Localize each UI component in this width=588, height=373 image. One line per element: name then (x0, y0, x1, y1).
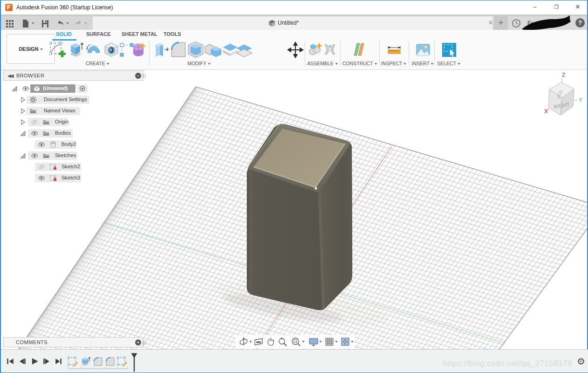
tab-tools[interactable]: TOOLS (164, 31, 181, 37)
comments-grip[interactable] (143, 340, 145, 345)
look-at-icon[interactable] (253, 336, 264, 347)
timeline-extrude-item[interactable] (80, 356, 91, 367)
visibility-eye-off-icon[interactable] (31, 118, 38, 126)
browser-row[interactable]: Origin (1, 117, 143, 127)
fit-caret[interactable] (302, 341, 305, 343)
group-label-modify[interactable]: MODIFY (187, 61, 211, 66)
grid-caret[interactable] (335, 341, 338, 343)
browser-row[interactable]: Body2 (1, 140, 143, 149)
browser-row[interactable]: Document Settings (1, 95, 143, 104)
hole-button[interactable] (103, 41, 120, 59)
save-icon[interactable] (40, 18, 50, 28)
group-label-construct[interactable]: CONSTRUCT (342, 61, 377, 66)
step-forward-button[interactable] (41, 356, 52, 366)
activate-component-radio[interactable] (77, 84, 88, 93)
group-label-insert[interactable]: INSERT (411, 61, 433, 66)
extrude-button[interactable] (68, 41, 84, 59)
file-menu-caret[interactable] (32, 22, 34, 24)
browser-row[interactable]: (Unsaved) (1, 84, 143, 93)
recent-clock-icon[interactable] (511, 18, 521, 28)
press-pull-button[interactable] (153, 41, 170, 59)
model-body[interactable] (247, 123, 353, 311)
timeline-playhead[interactable] (130, 353, 138, 372)
expander-open-icon[interactable] (11, 85, 19, 93)
select-button[interactable] (441, 41, 458, 59)
viewports-icon[interactable] (340, 336, 351, 347)
browser-panel-header[interactable]: ◀◀ BROWSER − (3, 70, 143, 81)
group-label-select[interactable]: SELECT (437, 61, 460, 66)
visibility-eye-off-icon[interactable] (38, 163, 45, 171)
display-settings-icon[interactable] (308, 336, 319, 347)
help-icon[interactable]: ? (575, 18, 585, 28)
redo-icon[interactable] (73, 18, 83, 28)
browser-minimize-icon[interactable]: − (135, 73, 141, 79)
timeline-sketch2-item[interactable] (67, 356, 78, 367)
group-label-inspect[interactable]: INSPECT (381, 61, 406, 66)
collapse-panel-icon[interactable]: ◀◀ (7, 73, 13, 78)
orbit-caret[interactable] (249, 341, 252, 343)
visibility-eye-icon[interactable] (22, 85, 29, 92)
expander-open-icon[interactable] (20, 130, 27, 138)
settings-gear-icon[interactable]: ⚙ (577, 356, 585, 367)
comments-add-icon[interactable]: + (135, 339, 141, 345)
redo-caret[interactable] (84, 22, 87, 24)
browser-grip[interactable] (143, 74, 145, 78)
file-menu-icon[interactable] (21, 18, 31, 28)
zoom-icon[interactable] (277, 336, 288, 347)
timeline-sketch3-item[interactable] (116, 356, 128, 367)
browser-row[interactable]: Sketch2 (1, 162, 143, 172)
workspace-selector[interactable]: DESIGN (7, 34, 55, 64)
group-label-create[interactable]: CREATE (86, 61, 109, 66)
visibility-eye-icon[interactable] (31, 152, 38, 159)
app-grid-icon[interactable] (5, 18, 15, 28)
expander-closed-icon[interactable] (20, 97, 27, 104)
comments-panel-header[interactable]: COMMENTS + (3, 337, 143, 347)
create-form-button[interactable] (130, 41, 147, 59)
tab-surface[interactable]: SURFACE (86, 31, 111, 37)
timeline-fillet1-item[interactable] (92, 356, 103, 367)
visibility-eye-icon[interactable] (38, 174, 45, 182)
orbit-icon[interactable] (238, 336, 249, 347)
undo-caret[interactable] (66, 22, 69, 24)
move-copy-button[interactable] (287, 41, 304, 59)
display-caret[interactable] (319, 341, 322, 343)
shell-button[interactable] (187, 41, 204, 59)
go-to-start-button[interactable] (5, 356, 15, 366)
viewport-canvas[interactable]: ◀◀ BROWSER − (Unsaved)Document SettingsN… (1, 70, 587, 349)
undo-icon[interactable] (55, 18, 65, 28)
visibility-eye-icon[interactable] (31, 130, 38, 137)
go-to-end-button[interactable] (54, 356, 64, 366)
tab-solid[interactable]: SOLID (56, 31, 72, 37)
grid-display-icon[interactable] (324, 336, 335, 347)
expander-closed-icon[interactable] (20, 108, 27, 115)
offset-face-button[interactable] (236, 41, 253, 59)
insert-image-button[interactable] (415, 41, 431, 59)
create-sketch-button[interactable] (49, 41, 66, 59)
tab-sheet-metal[interactable]: SHEET METAL (122, 31, 157, 37)
new-tab-button[interactable]: + (494, 16, 508, 30)
browser-row[interactable]: Bodies (1, 129, 143, 138)
expander-closed-icon[interactable] (20, 119, 27, 126)
cube-icon (33, 85, 41, 92)
construct-plane-button[interactable] (350, 41, 367, 59)
expander-open-icon[interactable] (20, 152, 27, 160)
visibility-eye-icon[interactable] (38, 141, 45, 148)
browser-row[interactable]: Sketch3 (1, 173, 143, 183)
combine-button[interactable] (205, 41, 221, 59)
revolve-button[interactable] (85, 41, 102, 59)
group-label-assemble[interactable]: ASSEMBLE (307, 61, 338, 66)
browser-row[interactable]: Named Views (1, 106, 143, 116)
play-button[interactable] (29, 356, 40, 366)
joint-button[interactable] (322, 41, 339, 59)
timeline-fillet2-item[interactable] (104, 356, 116, 367)
document-tab[interactable]: Untitled* ✕ (93, 16, 492, 30)
new-component-button[interactable] (308, 41, 324, 59)
fillet-button[interactable] (170, 41, 187, 59)
step-back-button[interactable] (17, 356, 27, 366)
fit-icon[interactable] (290, 336, 301, 347)
viewports-caret[interactable] (351, 341, 354, 343)
measure-button[interactable] (386, 41, 403, 59)
view-cube[interactable]: Z Y X RIGHT TOP (532, 71, 587, 123)
browser-row[interactable]: Sketches (1, 151, 143, 160)
pan-icon[interactable] (265, 336, 276, 347)
